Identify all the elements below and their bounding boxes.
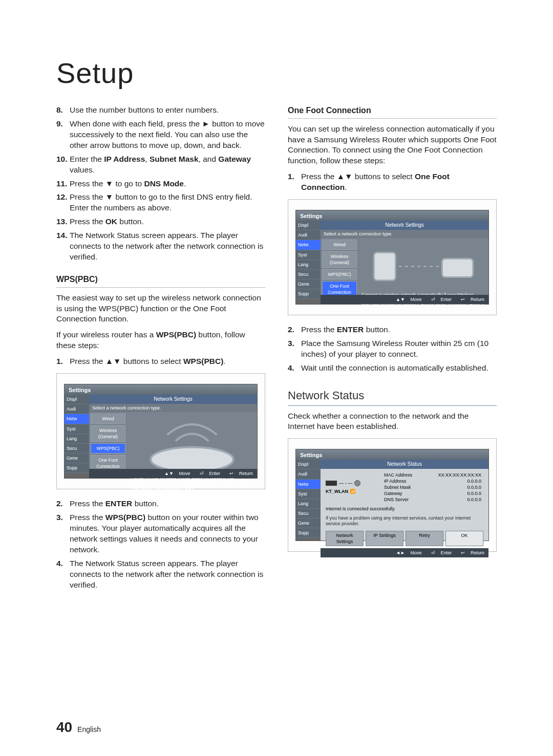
return-hint: ↩ Return <box>457 550 484 555</box>
shot-side-item: Audi <box>65 404 89 414</box>
page-lang: English <box>77 725 101 733</box>
status-button: IP Settings <box>366 531 403 546</box>
step-text: Press the WPS(PBC) button on your router… <box>70 512 265 555</box>
shot-side-item: Gene <box>65 453 89 463</box>
router-pair-icon <box>361 240 485 293</box>
move-hint: ▲▼ Move <box>160 471 190 476</box>
t: Press the <box>70 499 105 508</box>
step-text: Press the ▲▼ buttons to select WPS(PBC). <box>70 356 265 367</box>
status-row: DNS Server0.0.0.0 <box>382 496 483 503</box>
divider <box>288 118 497 119</box>
shot-option: WPS(PBC) <box>322 269 357 279</box>
step-num: 8. <box>56 105 70 116</box>
status-button: Network Settings <box>326 531 364 546</box>
status-table: MAC AddressXX:XX:XX:XX:XX:XXIP Address0.… <box>382 472 483 503</box>
step-num: 1. <box>288 171 301 193</box>
t: . <box>184 179 186 188</box>
t: , <box>145 155 150 163</box>
step-num: 4. <box>288 363 301 374</box>
status-msg1: Internet is connected successfully. <box>321 504 488 514</box>
step-text: Press the OK button. <box>70 217 265 227</box>
shot-side-item: Lang <box>296 260 321 270</box>
bold: ENTER <box>105 499 133 508</box>
step-text: The Network Status screen appears. The p… <box>70 558 265 591</box>
shot-side-item: Lang <box>65 434 89 444</box>
shot-side-menu: DisplAudiNetwSystLangSecuGeneSupp <box>296 221 321 299</box>
shot-option: WPS(PBC) <box>91 443 125 453</box>
shot-option: Wired <box>322 240 357 250</box>
bold: DNS Mode <box>144 179 184 188</box>
t: Press the ▲▼ buttons to select <box>70 357 183 365</box>
shot-options: WiredWireless (General)WPS(PBC)One Foot … <box>89 412 127 492</box>
status-row: MAC AddressXX:XX:XX:XX:XX:XX <box>382 472 483 478</box>
step-text: The Network Status screen appears. The p… <box>70 230 265 263</box>
shot-subtitle: Select a network connection type. <box>321 230 488 238</box>
status-buttons: Network SettingsIP SettingsRetryOK <box>321 529 488 548</box>
t: button. <box>364 325 390 334</box>
t: Press the ▼ to go to <box>70 179 144 188</box>
svg-point-0 <box>151 447 233 471</box>
page-number: 40 <box>56 719 72 735</box>
step-num: 9. <box>56 119 70 151</box>
t: button. <box>117 217 144 226</box>
t: , and <box>199 155 219 163</box>
ofc-screenshot-wrap: Settings DisplAudiNetwSystLangSecuGeneSu… <box>288 199 497 315</box>
step-num: 3. <box>288 338 301 360</box>
shot-side-item: Syst <box>65 424 89 434</box>
shot-side-item: Audi <box>296 469 321 479</box>
shot-side-item: Displ <box>296 221 321 230</box>
wps-heading: WPS(PBC) <box>56 274 265 285</box>
shot-subtitle: Select a network connection type. <box>89 404 257 412</box>
svg-rect-1 <box>374 252 395 280</box>
ofc-screenshot: Settings DisplAudiNetwSystLangSecuGeneSu… <box>295 210 489 305</box>
shot-side-menu: DisplAudiNetwSystLangSecuGeneSupp <box>296 460 321 538</box>
shot-side-item: Syst <box>296 250 321 260</box>
divider <box>56 287 265 288</box>
right-column: One Foot Connection You can set up the w… <box>288 105 497 736</box>
connection-diagram: — ◦ — KT_WLAN 📶 <box>326 480 382 494</box>
shot-side-item: Syst <box>296 489 321 499</box>
step-num: 14. <box>56 230 70 263</box>
t: Enter the <box>70 155 104 163</box>
t: . <box>345 183 347 191</box>
ofc-step1: 1. Press the ▲▼ buttons to select One Fo… <box>288 171 497 193</box>
bold: WPS(PBC) <box>105 513 145 522</box>
step-text: Place the Samsung Wireless Router within… <box>301 338 497 360</box>
shot-option: Wireless (General) <box>91 425 125 442</box>
t: . <box>223 357 225 365</box>
shot-panel-title: Network Status <box>321 460 488 469</box>
status-button: OK <box>445 531 483 546</box>
t: Press the <box>70 513 105 522</box>
step-text: Press the ENTER button. <box>70 499 265 509</box>
return-hint: ↩ Return <box>457 297 484 302</box>
net-name: KT_WLAN 📶 <box>326 488 382 494</box>
status-row: Gateway0.0.0.0 <box>382 490 483 496</box>
step-num: 3. <box>56 512 70 555</box>
step-text: Press the ▼ to go to DNS Mode. <box>70 179 265 189</box>
step-text: Use the number buttons to enter numbers. <box>70 105 265 116</box>
t: Press the ▲▼ buttons to select <box>301 172 415 181</box>
status-msg2: If you have a problem using any Internet… <box>321 513 488 529</box>
move-hint: ▲▼ Move <box>392 297 421 302</box>
shot-side-item: Gene <box>296 519 321 528</box>
shot-side-item: Gene <box>296 279 321 289</box>
t: If your wireless router has a <box>56 330 156 339</box>
wps-screenshot-wrap: Settings DisplAudiNetwSystLangSecuGeneSu… <box>56 373 265 489</box>
bold: Subnet Mask <box>150 155 199 163</box>
shot-side-item: Secu <box>65 444 89 453</box>
return-hint: ↩ Return <box>225 471 253 476</box>
shot-side-item: Secu <box>296 509 321 519</box>
t: values. <box>70 165 95 174</box>
wps-screenshot: Settings DisplAudiNetwSystLangSecuGeneSu… <box>64 384 258 479</box>
step-text: Enter the IP Address, Subnet Mask, and G… <box>70 154 265 176</box>
wps-steps: 1. Press the ▲▼ buttons to select WPS(PB… <box>56 356 265 367</box>
bold: WPS(PBC) <box>156 330 196 339</box>
step-text: Press the ENTER button. <box>301 325 497 335</box>
wps-intro2: If your wireless router has a WPS(PBC) b… <box>56 330 265 351</box>
wps-after-steps: 2. Press the ENTER button. 3. Press the … <box>56 499 265 590</box>
status-button: Retry <box>406 531 443 546</box>
ofc-after-steps: 2. Press the ENTER button. 3. Place the … <box>288 325 497 374</box>
left-column: 8. Use the number buttons to enter numbe… <box>56 105 265 736</box>
step-text: When done with each field, press the ► b… <box>70 119 265 151</box>
step-num: 2. <box>56 499 70 509</box>
